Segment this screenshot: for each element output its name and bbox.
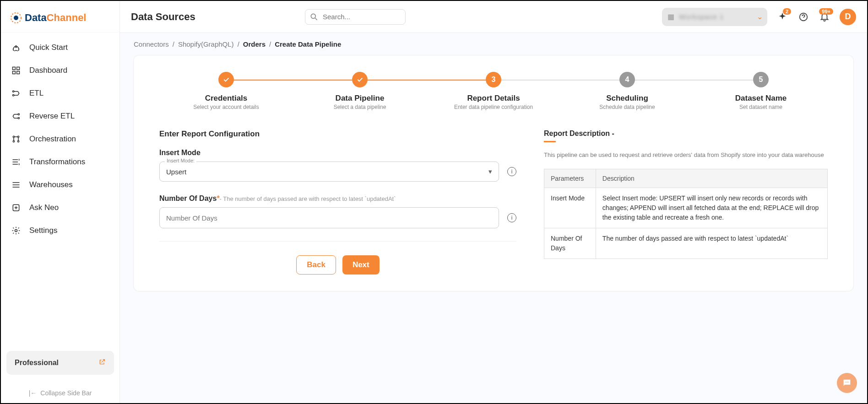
svg-point-7 xyxy=(13,91,14,92)
info-icon[interactable]: i xyxy=(507,213,516,222)
step-credentials[interactable]: Credentials Select your account details xyxy=(159,72,293,110)
warehouses-icon xyxy=(11,180,21,190)
sidebar-item-etl[interactable]: ETL xyxy=(1,82,119,105)
main: Data Sources ▦ Workspace 1 ⌄ 2 99+ xyxy=(120,1,867,403)
org-selector[interactable]: ▦ Workspace 1 ⌄ xyxy=(662,8,767,26)
step-check-icon xyxy=(352,72,368,87)
sidebar-item-dashboard[interactable]: Dashboard xyxy=(1,59,119,82)
sidebar-item-label: Quick Start xyxy=(29,43,68,52)
sidebar-item-label: Warehouses xyxy=(29,180,73,189)
step-scheduling[interactable]: 4 Scheduling Schedule data pipeline xyxy=(560,72,694,110)
gear-icon xyxy=(11,226,21,236)
insert-mode-label: Insert Mode xyxy=(159,149,516,157)
svg-point-1 xyxy=(14,16,18,20)
svg-point-16 xyxy=(15,230,17,232)
table-row: Insert Mode Select Insert mode: UPSERT w… xyxy=(544,188,828,228)
stepper: Credentials Select your account details … xyxy=(159,72,828,110)
breadcrumb-create-pipeline[interactable]: Create Data Pipeline xyxy=(275,40,341,48)
step-title: Scheduling xyxy=(606,94,648,103)
chevron-down-icon: ⌄ xyxy=(757,12,763,21)
sidebar-item-label: Settings xyxy=(29,226,57,235)
section-title: Enter Report Configuration xyxy=(159,129,516,139)
step-dataset-name[interactable]: 5 Dataset Name Set dataset name xyxy=(694,72,828,110)
breadcrumb: Connectors/ Shopify(GraphQL)/ Orders/ Cr… xyxy=(120,33,867,55)
dropdown-arrow-icon: ▾ xyxy=(488,167,492,176)
nav: Quick Start Dashboard ETL Reverse ETL Or… xyxy=(1,32,119,343)
days-label: Number Of Days*- The number of days pass… xyxy=(159,194,516,203)
breadcrumb-connectors[interactable]: Connectors xyxy=(134,40,169,48)
number-of-days-input[interactable] xyxy=(159,207,499,228)
sidebar-item-reverse-etl[interactable]: Reverse ETL xyxy=(1,105,119,128)
breadcrumb-shopify[interactable]: Shopify(GraphQL) xyxy=(178,40,234,48)
svg-point-20 xyxy=(846,382,847,382)
step-number: 4 xyxy=(619,72,635,87)
search-icon xyxy=(309,12,319,23)
rocket-icon xyxy=(11,43,21,53)
step-sub: Set dataset name xyxy=(739,104,782,110)
plan-name: Professional xyxy=(15,359,59,367)
description-text: This pipeline can be used to request and… xyxy=(544,151,828,160)
orchestration-icon xyxy=(11,134,21,144)
sidebar-item-ask-neo[interactable]: Ask Neo xyxy=(1,196,119,219)
sidebar-item-quickstart[interactable]: Quick Start xyxy=(1,36,119,59)
insert-mode-select[interactable]: Upsert ▾ xyxy=(159,162,499,182)
step-sub: Select a data pipeline xyxy=(334,104,386,110)
sidebar-item-label: Reverse ETL xyxy=(29,112,75,121)
insert-mode-value: Upsert xyxy=(166,168,186,176)
svg-rect-5 xyxy=(13,71,16,74)
svg-point-21 xyxy=(848,382,849,382)
svg-point-9 xyxy=(18,113,19,115)
svg-point-10 xyxy=(18,118,19,119)
collapse-label: Collapse Side Bar xyxy=(40,389,92,397)
step-title: Data Pipeline xyxy=(336,94,385,103)
search-input[interactable] xyxy=(305,9,406,25)
sidebar-item-label: Dashboard xyxy=(29,66,67,75)
svg-rect-3 xyxy=(13,67,16,70)
svg-point-14 xyxy=(17,140,19,142)
grid-icon xyxy=(11,65,21,75)
breadcrumb-orders[interactable]: Orders xyxy=(243,40,266,48)
svg-point-11 xyxy=(13,136,14,137)
svg-point-13 xyxy=(13,140,14,142)
sidebar-item-label: Transformations xyxy=(29,157,85,167)
svg-point-17 xyxy=(311,14,315,18)
description-title: Report Description - xyxy=(544,129,828,142)
step-number: 5 xyxy=(753,72,769,87)
sidebar-item-orchestration[interactable]: Orchestration xyxy=(1,128,119,151)
logo-icon xyxy=(10,12,22,24)
svg-rect-6 xyxy=(17,71,20,74)
step-data-pipeline[interactable]: Data Pipeline Select a data pipeline xyxy=(293,72,427,110)
panel: Credentials Select your account details … xyxy=(134,55,853,291)
collapse-sidebar[interactable]: |← Collapse Side Bar xyxy=(1,383,119,403)
avatar[interactable]: D xyxy=(840,9,856,25)
org-name: Workspace 1 xyxy=(679,13,724,21)
param-desc: The number of days passed are with respe… xyxy=(596,228,827,259)
table-header-description: Description xyxy=(596,169,827,188)
step-number: 3 xyxy=(486,72,501,87)
insert-mode-float-label: Insert Mode: xyxy=(165,158,196,163)
info-icon[interactable]: i xyxy=(507,167,516,176)
plan-card[interactable]: Professional xyxy=(6,351,114,375)
param-name: Insert Mode xyxy=(544,188,596,228)
sidebar-item-settings[interactable]: Settings xyxy=(1,219,119,242)
logo[interactable]: DataChannel xyxy=(1,1,119,32)
sidebar-item-transformations[interactable]: Transformations xyxy=(1,151,119,173)
ai-sparkle-button[interactable]: 2 xyxy=(776,11,788,23)
notifications-button[interactable]: 99+ xyxy=(819,11,830,23)
next-button[interactable]: Next xyxy=(342,255,380,275)
back-button[interactable]: Back xyxy=(296,255,336,275)
param-desc: Select Insert mode: UPSERT will insert o… xyxy=(596,188,827,228)
form-column: Enter Report Configuration Insert Mode I… xyxy=(159,129,516,275)
search-box xyxy=(305,9,406,25)
step-check-icon xyxy=(218,72,234,87)
external-link-icon xyxy=(98,358,106,367)
parameters-table: Parameters Description Insert Mode Selec… xyxy=(544,169,828,259)
topbar: Data Sources ▦ Workspace 1 ⌄ 2 99+ xyxy=(120,1,867,33)
sidebar-item-warehouses[interactable]: Warehouses xyxy=(1,173,119,196)
collapse-icon: |← xyxy=(29,389,37,397)
step-report-details[interactable]: 3 Report Details Enter data pipeline con… xyxy=(427,72,560,110)
help-button[interactable] xyxy=(797,11,809,23)
chat-button[interactable] xyxy=(837,373,857,393)
svg-point-12 xyxy=(17,136,19,137)
sidebar-item-label: Ask Neo xyxy=(29,203,59,212)
